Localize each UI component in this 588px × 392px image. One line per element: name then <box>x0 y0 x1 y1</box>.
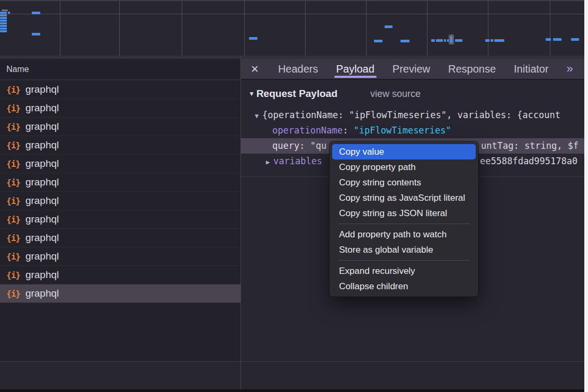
footer-divider <box>0 361 584 362</box>
fetch-json-icon: {i} <box>6 270 20 280</box>
request-row[interactable]: {i}graphql <box>0 136 240 155</box>
payload-tree-row[interactable]: operationName: "ipFlowTimeseries" <box>241 123 584 138</box>
request-row[interactable]: {i}graphql <box>0 155 240 173</box>
request-timing-bar[interactable] <box>32 33 40 35</box>
request-name-label: graphql <box>25 232 59 244</box>
tab-preview[interactable]: Preview <box>393 59 430 79</box>
request-timing-bar[interactable] <box>2 10 8 11</box>
context-menu-item-copy-string-contents[interactable]: Copy string contents <box>332 175 476 190</box>
request-timing-bar[interactable] <box>436 39 443 42</box>
request-row[interactable]: {i}graphql <box>0 210 240 229</box>
more-tabs-icon[interactable]: » <box>567 62 572 76</box>
fetch-json-icon: {i} <box>6 215 20 225</box>
view-source-link[interactable]: view source <box>370 88 421 100</box>
context-menu-item-copy-string-as-javascript-literal[interactable]: Copy string as JavaScript literal <box>332 190 476 206</box>
collapsed-arrow-icon[interactable]: ▶ <box>266 155 273 169</box>
json-text: {operationName: "ipFlowTimeseries", vari… <box>262 110 560 120</box>
request-row[interactable]: {i}graphql <box>0 284 240 303</box>
fetch-json-icon: {i} <box>6 159 20 169</box>
expanded-arrow-icon[interactable]: ▼ <box>255 109 262 123</box>
request-name-label: graphql <box>25 121 59 132</box>
json-string-value: "ipFlowTimeseries" <box>354 125 451 136</box>
network-overview-waterfall[interactable] <box>0 0 584 57</box>
request-timing-bar[interactable] <box>0 28 7 30</box>
request-timing-bar[interactable] <box>0 22 7 24</box>
request-timing-bar[interactable] <box>553 38 562 41</box>
request-timing-bar[interactable] <box>0 14 7 16</box>
json-text-fragment: untTag: string, $f <box>481 138 578 154</box>
context-menu-item-copy-value[interactable]: Copy value <box>332 144 476 159</box>
request-timing-bar[interactable] <box>0 12 7 14</box>
name-column-header[interactable]: Name <box>0 59 240 80</box>
request-timing-bar[interactable] <box>374 40 382 42</box>
request-name-label: graphql <box>25 158 59 170</box>
context-menu-item-copy-property-path[interactable]: Copy property path <box>332 159 476 175</box>
request-row[interactable]: {i}graphql <box>0 118 240 136</box>
waterfall-gridline <box>550 1 550 57</box>
context-menu-item-collapse-children[interactable]: Collapse children <box>332 279 476 294</box>
request-timing-bar[interactable] <box>494 39 504 42</box>
request-timing-bar[interactable] <box>249 37 257 40</box>
waterfall-gridline <box>488 1 488 57</box>
request-timing-bar[interactable] <box>0 25 7 27</box>
request-name-label: graphql <box>25 84 59 95</box>
request-payload-title: Request Payload <box>256 88 337 100</box>
request-timing-bar[interactable] <box>571 38 579 41</box>
request-timing-bar[interactable] <box>0 30 7 32</box>
context-menu-item-copy-string-as-json-literal[interactable]: Copy string as JSON literal <box>332 206 476 221</box>
request-timing-bar[interactable] <box>32 12 40 14</box>
close-icon[interactable]: ✕ <box>251 63 259 75</box>
selected-request-marker-bar <box>450 36 452 43</box>
json-key: query <box>272 140 299 151</box>
request-timing-bar[interactable] <box>0 20 7 22</box>
request-row[interactable]: {i}graphql <box>0 173 240 192</box>
tab-payload[interactable]: Payload <box>336 59 375 79</box>
fetch-json-icon: {i} <box>6 289 20 299</box>
name-column-label: Name <box>6 65 29 74</box>
context-menu-item-store-as-global-variable[interactable]: Store as global variable <box>332 242 476 257</box>
section-header: ▼ Request Payload view source <box>248 88 421 100</box>
request-timing-bar[interactable] <box>431 39 435 42</box>
fetch-json-icon: {i} <box>6 196 20 206</box>
json-text: : "qu <box>299 140 326 151</box>
fetch-json-icon: {i} <box>6 85 20 95</box>
request-timing-bar[interactable] <box>485 39 489 42</box>
request-name-label: graphql <box>25 195 59 207</box>
request-row[interactable]: {i}graphql <box>0 192 240 210</box>
request-row[interactable]: {i}graphql <box>0 81 240 99</box>
tab-headers[interactable]: Headers <box>278 59 318 79</box>
request-timing-bar[interactable] <box>385 25 393 28</box>
payload-tree-row[interactable]: ▼{operationName: "ipFlowTimeseries", var… <box>241 108 584 123</box>
tab-response[interactable]: Response <box>448 59 496 79</box>
request-timing-bar[interactable] <box>0 17 7 19</box>
request-name-label: graphql <box>25 139 59 151</box>
request-row[interactable]: {i}graphql <box>0 266 240 284</box>
waterfall-gridline <box>305 1 306 57</box>
context-menu-item-expand-recursively[interactable]: Expand recursively <box>332 263 476 279</box>
request-name-label: graphql <box>25 176 59 188</box>
tab-initiator[interactable]: Initiator <box>514 59 549 79</box>
request-list: {i}graphql{i}graphql{i}graphql{i}graphql… <box>0 81 240 361</box>
waterfall-gridline <box>182 1 182 57</box>
json-key: operationName <box>272 125 343 136</box>
request-row[interactable]: {i}graphql <box>0 229 240 247</box>
request-timing-bar[interactable] <box>444 39 446 42</box>
request-timing-bar[interactable] <box>400 40 409 42</box>
request-name-label: graphql <box>25 102 59 114</box>
request-timing-bar[interactable] <box>491 39 493 42</box>
context-menu-item-add-property-path-to-watch[interactable]: Add property path to watch <box>332 227 476 242</box>
section-collapse-icon[interactable]: ▼ <box>248 90 255 97</box>
request-row[interactable]: {i}graphql <box>0 99 240 118</box>
request-timing-bar[interactable] <box>546 38 551 41</box>
request-name-label: graphql <box>25 288 59 299</box>
request-timing-bar[interactable] <box>455 39 462 42</box>
fetch-json-icon: {i} <box>6 177 20 188</box>
menu-separator <box>338 224 470 224</box>
selected-request-marker[interactable] <box>449 34 454 44</box>
fetch-json-icon: {i} <box>6 252 20 262</box>
fetch-json-icon: {i} <box>6 233 20 243</box>
details-tab-bar: ✕ HeadersPayloadPreviewResponseInitiator… <box>241 59 584 80</box>
request-row[interactable]: {i}graphql <box>0 247 240 266</box>
request-timing-bar[interactable] <box>8 12 10 14</box>
devtools-network-panel: Name {i}graphql{i}graphql{i}graphql{i}gr… <box>0 0 588 392</box>
